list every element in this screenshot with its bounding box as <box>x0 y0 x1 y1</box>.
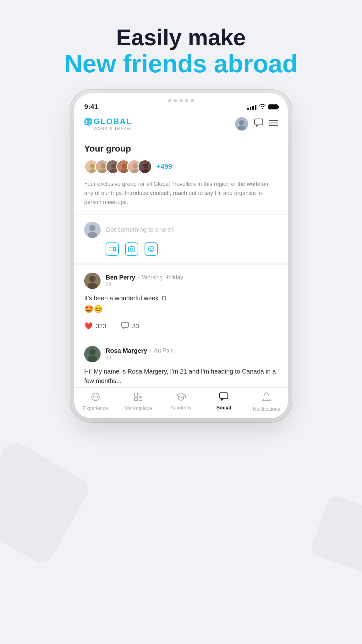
nav-label-notifications: Notifications <box>253 406 280 412</box>
bar-4 <box>255 105 256 110</box>
group-title: Your group <box>84 144 278 154</box>
svg-point-22 <box>122 164 127 169</box>
grid-nav-icon <box>134 392 143 404</box>
post-avatar-rosa <box>84 346 101 362</box>
svg-point-41 <box>88 283 97 289</box>
video-action-button[interactable] <box>106 242 119 256</box>
nav-label-experience: Experience <box>83 406 108 411</box>
page-header: Easily make New friends abroad <box>64 25 298 78</box>
logo-brand: GLOBAL <box>84 117 132 126</box>
post-time-1: 2d <box>106 282 183 287</box>
dot-4 <box>185 99 188 102</box>
header-actions <box>235 117 278 130</box>
group-section: Your group <box>74 135 288 214</box>
post-header-1: Ben Perry • Working Holiday 2d <box>84 273 278 289</box>
member-count: +499 <box>156 163 172 171</box>
like-button-1[interactable]: ❤️ 323 <box>84 322 106 330</box>
dot-5 <box>191 99 194 102</box>
photo-action-button[interactable] <box>125 242 138 256</box>
composer-avatar <box>84 222 101 238</box>
svg-rect-42 <box>122 322 129 327</box>
svg-point-28 <box>143 164 148 169</box>
member-avatars: +499 <box>84 159 278 174</box>
user-avatar[interactable] <box>235 117 248 130</box>
svg-point-25 <box>133 164 138 169</box>
post-emojis-1: 🤩😊 <box>84 305 278 314</box>
post-body-1: It's been a wonderful week :D <box>84 293 278 303</box>
svg-rect-55 <box>220 393 228 399</box>
dot-3 <box>179 99 183 102</box>
svg-point-37 <box>150 248 151 249</box>
composer-top: Got something to share? <box>84 222 278 238</box>
phone-notch <box>74 93 288 99</box>
svg-point-19 <box>111 164 116 169</box>
post-time-2: 2d <box>106 355 173 361</box>
svg-point-32 <box>88 232 97 238</box>
svg-point-35 <box>130 248 133 251</box>
svg-rect-34 <box>129 247 135 252</box>
status-icons <box>247 103 278 111</box>
svg-point-40 <box>89 276 96 282</box>
svg-point-16 <box>101 164 106 169</box>
battery-icon <box>268 104 278 109</box>
phone-screen: 9:41 <box>74 93 288 418</box>
logo-global-text: GLOBAL <box>94 117 132 126</box>
svg-marker-53 <box>177 393 185 398</box>
bar-3 <box>252 106 254 110</box>
composer-placeholder[interactable]: Got something to share? <box>106 226 278 233</box>
like-count-1: 323 <box>96 323 106 330</box>
post-author-line-1: Ben Perry • Working Holiday <box>106 274 183 281</box>
post-actions-1: ❤️ 323 33 <box>84 318 278 330</box>
nav-item-social[interactable]: Social <box>208 392 239 412</box>
user-avatar-img <box>235 117 248 130</box>
svg-point-13 <box>90 164 95 169</box>
headline-line1: Easily make <box>64 25 298 50</box>
member-avatar-6 <box>138 159 152 174</box>
comment-count-1: 33 <box>132 323 139 330</box>
post-author-line-2: Rosa Margery • Au Pair <box>106 347 173 354</box>
bottom-nav: Experience Marketplace <box>74 387 288 418</box>
nav-item-experience[interactable]: Experience <box>80 392 111 412</box>
app-header: GLOBAL WORK & TRAVEL <box>74 114 288 135</box>
post-tag-2: Au Pair <box>154 347 173 354</box>
globe-nav-icon <box>91 392 100 404</box>
globe-logo-icon <box>84 118 92 126</box>
status-time: 9:41 <box>84 103 98 111</box>
nav-item-academy[interactable]: Academy <box>165 392 197 412</box>
post-composer: Got something to share? <box>74 215 288 265</box>
svg-rect-49 <box>134 393 138 396</box>
comment-icon <box>121 322 129 330</box>
svg-rect-33 <box>109 247 113 251</box>
comment-button-1[interactable]: 33 <box>121 322 139 330</box>
svg-point-6 <box>239 120 244 125</box>
post-meta-2: Rosa Margery • Au Pair 2d <box>106 347 173 361</box>
svg-point-45 <box>88 356 97 362</box>
svg-rect-51 <box>134 397 138 401</box>
post-header-2: Rosa Margery • Au Pair 2d <box>84 346 278 362</box>
chat-nav-icon <box>219 392 228 403</box>
svg-rect-52 <box>139 397 142 401</box>
composer-actions <box>84 242 278 256</box>
chat-icon[interactable] <box>254 118 263 129</box>
group-description: Your exclusive group for all Global Trav… <box>84 180 278 207</box>
svg-point-38 <box>152 248 153 249</box>
svg-point-44 <box>89 349 96 355</box>
signal-icon <box>247 104 256 110</box>
emoji-action-button[interactable] <box>145 242 158 256</box>
post-body-2: Hi! My name is Rosa Margery, I'm 21 and … <box>84 367 278 386</box>
nav-item-marketplace[interactable]: Marketplace <box>123 392 154 412</box>
notch-dots <box>168 99 194 102</box>
post-1: Ben Perry • Working Holiday 2d It's been… <box>74 265 288 338</box>
svg-rect-8 <box>255 119 263 125</box>
menu-icon[interactable] <box>269 119 278 129</box>
post-author-1: Ben Perry <box>106 274 135 281</box>
post-author-2: Rosa Margery <box>106 347 147 354</box>
nav-label-academy: Academy <box>171 405 192 411</box>
headline-line2: New friends abroad <box>64 50 298 78</box>
nav-item-notifications[interactable]: Notifications <box>251 392 282 412</box>
logo-subtitle-text: WORK & TRAVEL <box>94 126 133 131</box>
nav-label-marketplace: Marketplace <box>124 406 152 411</box>
bar-2 <box>250 107 251 110</box>
dot-1 <box>168 99 171 102</box>
heart-icon: ❤️ <box>84 322 93 330</box>
